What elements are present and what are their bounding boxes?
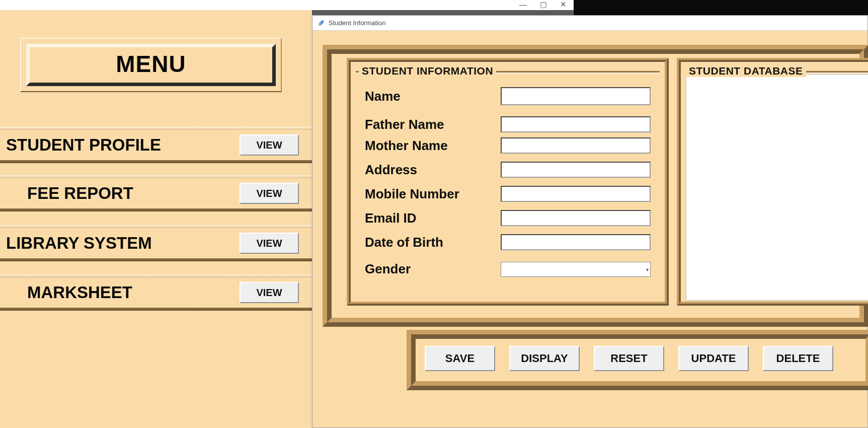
field-gender: Gender ▾ (365, 261, 657, 277)
menu-item-label: STUDENT PROFILE (0, 135, 161, 155)
label-address: Address (365, 162, 501, 178)
input-email[interactable] (501, 210, 651, 226)
field-email: Email ID (365, 210, 657, 226)
menu-title-frame: MENU (20, 38, 282, 92)
menu-item-library-system: LIBRARY SYSTEM VIEW (0, 225, 312, 261)
close-icon[interactable]: ✕ (560, 0, 567, 9)
menu-item-student-profile: STUDENT PROFILE VIEW (0, 127, 312, 163)
field-dob: Date of Birth (365, 234, 657, 250)
window-title: Student Information (329, 19, 385, 27)
label-mother-name: Mother Name (365, 138, 501, 154)
label-mobile: Mobile Number (365, 186, 501, 202)
display-button[interactable]: DISPLAY (509, 346, 580, 371)
menu-item-marksheet: MARKSHEET VIEW (0, 274, 312, 311)
label-name: Name (365, 89, 501, 104)
app-icon (318, 20, 325, 27)
field-address: Address (365, 162, 657, 178)
label-dob: Date of Birth (365, 235, 501, 250)
field-name: Name (365, 87, 657, 105)
main-menu-window: MENU STUDENT PROFILE VIEW FEE REPORT VIE… (0, 10, 312, 428)
minimize-icon[interactable]: — (519, 0, 527, 9)
input-mobile[interactable] (501, 186, 651, 202)
maximize-icon[interactable]: ▢ (540, 0, 547, 9)
view-button-marksheet[interactable]: VIEW (240, 282, 299, 303)
fieldset-legend: STUDENT INFORMATION (359, 65, 496, 77)
student-database-fieldset: STUDENT DATABASE (677, 58, 868, 306)
label-email: Email ID (365, 210, 501, 226)
menu-title: MENU (26, 44, 276, 86)
delete-button[interactable]: DELETE (763, 346, 833, 371)
window-titlebar: Student Information (312, 16, 867, 31)
view-button-library-system[interactable]: VIEW (240, 233, 299, 254)
field-mobile: Mobile Number (365, 186, 657, 202)
database-listbox[interactable] (686, 74, 868, 301)
field-mother-name: Mother Name (365, 137, 657, 154)
menu-item-label: FEE REPORT (0, 184, 133, 203)
input-mother-name[interactable] (501, 137, 651, 154)
input-address[interactable] (501, 162, 651, 178)
chevron-down-icon: ▾ (646, 266, 649, 272)
database-legend: STUDENT DATABASE (686, 65, 806, 77)
select-gender[interactable]: ▾ (501, 262, 651, 277)
input-dob[interactable] (501, 234, 651, 250)
view-button-fee-report[interactable]: VIEW (240, 183, 299, 204)
menu-item-fee-report: FEE REPORT VIEW (0, 175, 312, 211)
view-button-student-profile[interactable]: VIEW (240, 134, 299, 156)
label-father-name: Father Name (365, 117, 501, 132)
label-gender: Gender (365, 261, 501, 277)
save-button[interactable]: SAVE (425, 346, 495, 371)
background-window-titlebar (0, 0, 574, 10)
desktop-texture (574, 0, 868, 15)
menu-item-label: MARKSHEET (0, 283, 132, 302)
background-window-controls: — ▢ ✕ (493, 0, 574, 10)
student-info-fieldset: STUDENT INFORMATION Name Father Name Mot… (347, 58, 669, 306)
input-name[interactable] (501, 87, 651, 105)
input-father-name[interactable] (501, 116, 651, 132)
action-button-bar: SAVE DISPLAY RESET UPDATE DELETE (407, 330, 868, 390)
menu-item-label: LIBRARY SYSTEM (0, 234, 152, 253)
form-outer-frame: STUDENT INFORMATION Name Father Name Mot… (323, 45, 868, 327)
reset-button[interactable]: RESET (594, 346, 664, 371)
field-father-name: Father Name (365, 116, 657, 132)
update-button[interactable]: UPDATE (678, 346, 749, 371)
